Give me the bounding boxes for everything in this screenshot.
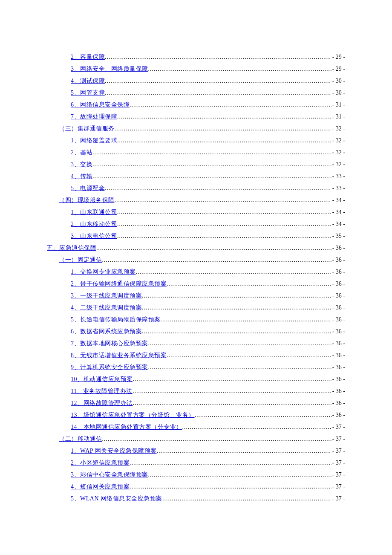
toc-link[interactable]: 4、测试保障 (71, 75, 105, 87)
toc-entry: （四）现场服务保障- 34 - (47, 194, 345, 206)
toc-link[interactable]: 5、WLAN 网络信息安全应急预案 (71, 493, 162, 505)
toc-page-number: - 36 - (331, 338, 345, 350)
toc-leader-dots (117, 230, 331, 242)
toc-link[interactable]: 3、山东电信公司 (71, 230, 117, 242)
toc-entry: （二）移动通信- 37 - (47, 433, 345, 445)
toc-link[interactable]: 7、数据本地网核心应急预案 (71, 338, 148, 350)
toc-link[interactable]: 4、传输 (71, 171, 92, 182)
toc-leader-dots (92, 159, 331, 171)
toc-link[interactable]: 5、网管支撑 (71, 87, 105, 99)
toc-link[interactable]: 5、长途电信传输局物质保障预案 (71, 314, 161, 326)
toc-leader-dots (182, 421, 331, 433)
toc-page-number: - 37 - (331, 481, 345, 493)
toc-entry: （三）集群通信服务- 32 - (47, 123, 345, 135)
toc-link[interactable]: 3、一级干线应急调度预案 (71, 290, 142, 302)
toc-link[interactable]: （三）集群通信服务 (59, 123, 115, 135)
toc-leader-dots (167, 278, 331, 290)
toc-entry: 4、测试保障- 30 - (47, 75, 345, 87)
toc-page-number: - 36 - (331, 314, 345, 326)
toc-entry: 13、场馆通信应急处置方案（分场馆、业务）- 36 - (47, 409, 345, 421)
toc-link[interactable]: 3、网络安全、网络质量保障 (71, 63, 148, 75)
toc-link[interactable]: 6、网络信息安全保障 (71, 99, 130, 111)
toc-leader-dots (96, 242, 331, 254)
toc-link[interactable]: 12、网络故障管理办法 (71, 397, 133, 409)
toc-page-number: - 36 - (331, 266, 345, 278)
toc-page-number: - 32 - (331, 123, 345, 135)
toc-link[interactable]: 1、交换网专业应急预案 (71, 266, 136, 278)
toc-page-number: - 32 - (331, 147, 345, 159)
toc-link[interactable]: 13、场馆通信应急处置方案（分场馆、业务） (71, 409, 195, 421)
toc-link[interactable]: （二）移动通信 (59, 433, 102, 445)
toc-leader-dots (102, 254, 331, 266)
toc-entry: 2、小区短信应急预案- 37 - (47, 457, 345, 469)
toc-link[interactable]: 4、二级干线应急调度预案 (71, 302, 142, 314)
toc-page-number: - 36 - (331, 385, 345, 397)
toc-leader-dots (105, 182, 331, 194)
toc-entry: 1、交换网专业应急预案- 36 - (47, 266, 345, 278)
toc-page-number: - 29 - (331, 51, 345, 63)
toc-link[interactable]: 2、基站 (71, 147, 92, 159)
toc-page-number: - 36 - (331, 290, 345, 302)
toc-link[interactable]: 1、网络覆盖要求 (71, 135, 117, 147)
toc-link[interactable]: 3、交换 (71, 159, 92, 171)
toc-leader-dots (148, 469, 331, 481)
toc-entry: 7、故障处理保障- 31 - (47, 111, 345, 123)
toc-page-number: - 37 - (331, 433, 345, 445)
toc-link[interactable]: 2、容量保障 (71, 51, 105, 63)
toc-page-number: - 34 - (331, 218, 345, 230)
toc-page-number: - 36 - (331, 409, 345, 421)
toc-link[interactable]: 6、数据省网系统应急预案 (71, 326, 142, 338)
toc-link[interactable]: 五、应急通信保障 (47, 242, 96, 254)
toc-entry: 2、骨干传输网络通信保障应急预案- 36 - (47, 278, 345, 290)
toc-page-number: - 32 - (331, 159, 345, 171)
toc-entry: 7、数据本地网核心应急预案- 36 - (47, 338, 345, 350)
toc-page-number: - 31 - (331, 99, 345, 111)
toc-entry: 4、二级干线应急调度预案- 36 - (47, 302, 345, 314)
toc-leader-dots (161, 314, 331, 326)
toc-link[interactable]: 2、山东移动公司 (71, 218, 117, 230)
toc-entry: 5、WLAN 网络信息安全应急预案- 37 - (47, 493, 345, 505)
toc-list: 2、容量保障- 29 -3、网络安全、网络质量保障- 29 -4、测试保障- 3… (47, 51, 345, 505)
toc-entry: 4、短信网关应急预案- 37 - (47, 481, 345, 493)
toc-page-number: - 37 - (331, 421, 345, 433)
toc-entry: 5、长途电信传输局物质保障预案- 36 - (47, 314, 345, 326)
toc-link[interactable]: 1、山东联通公司 (71, 206, 117, 218)
toc-link[interactable]: 1、WAP 网关安全应急保障预案 (71, 445, 157, 457)
toc-entry: 五、应急通信保障- 36 - (47, 242, 345, 254)
toc-link[interactable]: 9、计算机系统安全应急预案 (71, 361, 148, 373)
toc-page-number: - 37 - (331, 445, 345, 457)
toc-leader-dots (162, 493, 331, 505)
toc-entry: 5、网管支撑- 30 - (47, 87, 345, 99)
toc-link[interactable]: 4、短信网关应急预案 (71, 481, 130, 493)
toc-entry: 6、数据省网系统应急预案- 36 - (47, 326, 345, 338)
toc-entry: 12、网络故障管理办法- 36 - (47, 397, 345, 409)
toc-page-number: - 36 - (331, 361, 345, 373)
toc-link[interactable]: 5、电源配套 (71, 182, 105, 194)
toc-page-number: - 36 - (331, 242, 345, 254)
toc-leader-dots (142, 302, 331, 314)
toc-page-number: - 37 - (331, 493, 345, 505)
toc-entry: 3、一级干线应急调度预案- 36 - (47, 290, 345, 302)
toc-link[interactable]: 3、彩信中心安全急保障预案 (71, 469, 148, 481)
toc-page-number: - 36 - (331, 254, 345, 266)
toc-leader-dots (115, 123, 331, 135)
toc-page-number: - 29 - (331, 63, 345, 75)
toc-leader-dots (133, 373, 331, 385)
toc-link[interactable]: 8、无线市话增值业务系统应急预案 (71, 350, 167, 361)
toc-link[interactable]: 2、骨干传输网络通信保障应急预案 (71, 278, 167, 290)
toc-entry: 8、无线市话增值业务系统应急预案- 36 - (47, 350, 345, 361)
toc-page-number: - 33 - (331, 182, 345, 194)
toc-entry: 14、本地网通信应急处置方案（分专业）- 37 - (47, 421, 345, 433)
toc-link[interactable]: 11、业务故障管理办法 (71, 385, 133, 397)
toc-link[interactable]: 14、本地网通信应急处置方案（分专业） (71, 421, 182, 433)
toc-link[interactable]: （四）现场服务保障 (59, 194, 115, 206)
toc-link[interactable]: 2、小区短信应急预案 (71, 457, 130, 469)
toc-link[interactable]: 10、机动通信应急预案 (71, 373, 133, 385)
toc-entry: 1、山东联通公司- 34 - (47, 206, 345, 218)
toc-leader-dots (133, 397, 331, 409)
toc-leader-dots (142, 326, 331, 338)
toc-link[interactable]: （一）固定通信 (59, 254, 102, 266)
toc-leader-dots (130, 481, 331, 493)
toc-link[interactable]: 7、故障处理保障 (71, 111, 117, 123)
toc-leader-dots (130, 99, 331, 111)
